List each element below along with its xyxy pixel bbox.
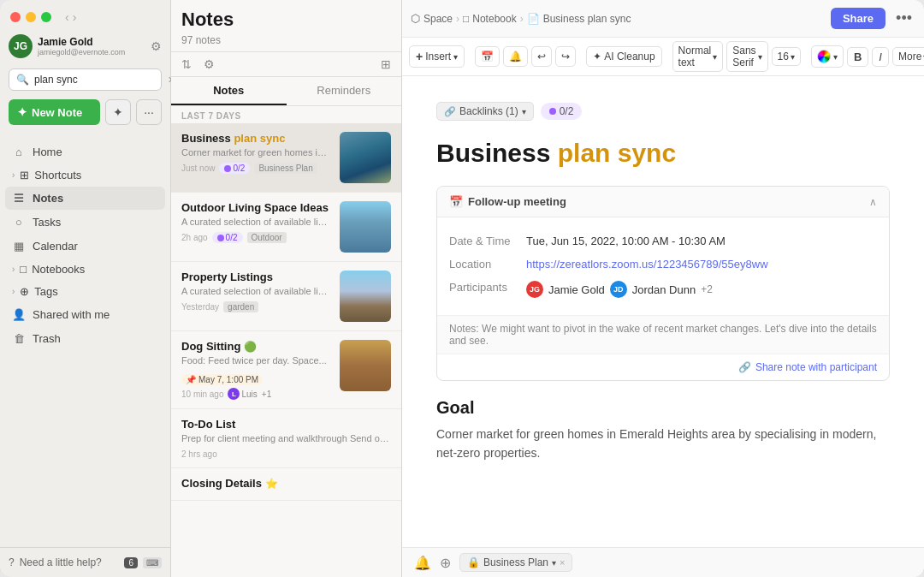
- close-tag-icon[interactable]: ×: [560, 557, 565, 568]
- sidebar-item-notebooks-label: Notebooks: [32, 263, 85, 276]
- task-dot: [217, 235, 224, 241]
- chevron-down-icon: ▾: [453, 52, 458, 62]
- ai-cleanup-label: AI Cleanup: [604, 51, 654, 62]
- note-title-business-plan: Business plan sync: [181, 132, 331, 145]
- sidebar-item-tasks[interactable]: ○ Tasks: [5, 211, 165, 234]
- search-input[interactable]: [34, 74, 163, 86]
- goal-section: Goal Corner market for green homes in Em…: [436, 398, 890, 463]
- help-row[interactable]: ? Need a little help? 6 ⌨: [9, 556, 162, 568]
- sidebar-item-shortcuts[interactable]: › ⊞ Shortcuts: [5, 164, 165, 186]
- italic-button[interactable]: I: [872, 47, 889, 67]
- meeting-card-body: Date & Time Tue, Jun 15, 2022, 10:00 AM …: [437, 217, 889, 315]
- sidebar-item-trash[interactable]: 🗑 Trash: [5, 327, 165, 350]
- breadcrumb-space[interactable]: Space: [424, 13, 453, 25]
- filter-icon[interactable]: ⚙: [204, 57, 215, 71]
- insert-label: Insert: [425, 51, 451, 62]
- breadcrumb-notebook[interactable]: Notebook: [472, 13, 516, 25]
- sidebar-item-shared-label: Shared with me: [33, 308, 110, 321]
- minimize-window-button[interactable]: [26, 12, 36, 22]
- help-label: Need a little help?: [20, 556, 102, 568]
- insert-button[interactable]: + Insert ▾: [409, 45, 465, 68]
- note-item-business-plan[interactable]: Business plan sync Corner market for gre…: [171, 123, 401, 193]
- breadcrumb-note[interactable]: Business plan sync: [543, 13, 631, 25]
- note-image: [340, 132, 391, 183]
- new-note-button[interactable]: ✦ New Note: [9, 99, 100, 125]
- meeting-card-header[interactable]: 📅 Follow-up meeting ∧: [437, 187, 889, 217]
- sidebar-bottom: ? Need a little help? 6 ⌨: [0, 547, 170, 577]
- font-size-dropdown[interactable]: 16 ▾: [772, 47, 801, 66]
- note-item-closing-details[interactable]: Closing Details ⭐: [171, 468, 401, 501]
- user-row: JG Jamie Gold jamiegold@evernote.com ⚙: [9, 34, 162, 58]
- search-box: 🔍 ✕: [9, 68, 162, 91]
- bookmark-footer-icon[interactable]: ⊕: [440, 555, 451, 571]
- notebook-tag-label: Business Plan: [483, 556, 548, 568]
- note-time: 10 min ago: [181, 390, 223, 399]
- sidebar-item-calendar[interactable]: ▦ Calendar: [5, 235, 165, 258]
- note-image: [340, 340, 391, 391]
- backlinks-button[interactable]: 🔗 Backlinks (1) ▾: [436, 102, 534, 121]
- editor-toolbar: + Insert ▾ 📅 🔔 ↩ ↪ ✦ AI Cleanup Normal t…: [402, 38, 924, 76]
- more-format-dropdown[interactable]: More ▾: [892, 47, 924, 66]
- participant-avatar-jamie: JG: [526, 281, 543, 298]
- maximize-window-button[interactable]: [41, 12, 51, 22]
- ai-cleanup-button[interactable]: ✦ AI Cleanup: [586, 46, 661, 67]
- note-main-title: Business plan sync: [436, 138, 890, 169]
- editor-footer: 🔔 ⊕ 🔒 Business Plan ▾ ×: [402, 547, 924, 577]
- note-item-property-listings[interactable]: Property Listings A curated selection of…: [171, 262, 401, 331]
- notebook-tag[interactable]: 🔒 Business Plan ▾ ×: [459, 553, 572, 572]
- bell-footer-icon[interactable]: 🔔: [414, 555, 431, 571]
- note-item-todo-list[interactable]: To-Do List Prep for client meeting and w…: [171, 409, 401, 467]
- task-badge: 0/2: [212, 232, 243, 243]
- bell-toolbar-button[interactable]: 🔔: [503, 46, 528, 67]
- note-meta: Just now 0/2 Business Plan: [181, 163, 331, 174]
- location-link[interactable]: https://zereatlors.zoom.us/1223456789/55…: [526, 258, 768, 271]
- text-format-dropdown[interactable]: Normal text ▾: [672, 41, 724, 72]
- tab-notes[interactable]: Notes: [171, 77, 287, 105]
- sidebar-item-tags[interactable]: › ⊕ Tags: [5, 281, 165, 302]
- note-item-outdoor-living[interactable]: Outdoor Living Space Ideas A curated sel…: [171, 193, 401, 262]
- undo-button[interactable]: ↩: [531, 46, 552, 67]
- sidebar-item-home[interactable]: ⌂ Home: [5, 140, 165, 164]
- italic-icon: I: [879, 51, 882, 63]
- backlinks-bar: 🔗 Backlinks (1) ▾ 0/2: [436, 102, 890, 121]
- close-window-button[interactable]: [10, 12, 21, 22]
- bold-button[interactable]: B: [847, 47, 868, 67]
- tab-reminders[interactable]: Reminders: [287, 77, 402, 105]
- color-button[interactable]: ▾: [811, 45, 844, 68]
- more-options-button[interactable]: •••: [892, 9, 915, 27]
- user-info[interactable]: JG Jamie Gold jamiegold@evernote.com: [9, 34, 125, 58]
- redo-button[interactable]: ↪: [555, 46, 576, 67]
- sidebar-item-shared[interactable]: 👤 Shared with me: [5, 303, 165, 326]
- back-button[interactable]: ‹: [65, 10, 69, 24]
- sidebar-item-tasks-label: Tasks: [33, 216, 61, 229]
- plus-count: +1: [262, 390, 271, 399]
- note-content: Outdoor Living Space Ideas A curated sel…: [181, 201, 331, 253]
- grid-view-icon[interactable]: ⊞: [381, 57, 391, 71]
- sort-icon[interactable]: ⇅: [181, 57, 192, 71]
- note-title-property: Property Listings: [181, 271, 331, 283]
- more-options-button[interactable]: ···: [136, 99, 162, 125]
- meeting-title: Follow-up meeting: [468, 195, 566, 208]
- font-size-label: 16: [778, 51, 789, 62]
- share-participant-button[interactable]: 🔗 Share note with participant: [738, 361, 877, 373]
- chevron-right-icon: ›: [12, 170, 15, 180]
- calendar-toolbar-button[interactable]: 📅: [475, 46, 500, 67]
- note-time: 2h ago: [181, 233, 208, 242]
- note-time: Just now: [181, 164, 215, 173]
- sidebar-item-notes-label: Notes: [33, 192, 63, 205]
- chevron-up-icon[interactable]: ∧: [869, 196, 877, 208]
- sidebar-item-notebooks[interactable]: › □ Notebooks: [5, 259, 165, 280]
- reminder-badge: 📌 May 7, 1:00 PM: [181, 374, 263, 385]
- notes-tabs: Notes Reminders: [171, 77, 401, 106]
- forward-button[interactable]: ›: [73, 10, 77, 24]
- ai-note-button[interactable]: ✦: [105, 99, 131, 125]
- note-item-dog-sitting[interactable]: Dog Sitting 🟢 Food: Feed twice per day. …: [171, 331, 401, 409]
- sidebar-item-notes[interactable]: ☰ Notes: [5, 187, 165, 210]
- participants-label: Participants: [449, 281, 526, 294]
- note-preview: Prep for client meeting and walkthrough …: [181, 432, 391, 445]
- date-value: Tue, Jun 15, 2022, 10:00 AM - 10:30 AM: [526, 235, 877, 247]
- tasks-progress-badge[interactable]: 0/2: [541, 103, 583, 120]
- font-dropdown[interactable]: Sans Serif ▾: [726, 41, 767, 72]
- share-button[interactable]: Share: [831, 8, 886, 29]
- settings-icon[interactable]: ⚙: [151, 39, 162, 53]
